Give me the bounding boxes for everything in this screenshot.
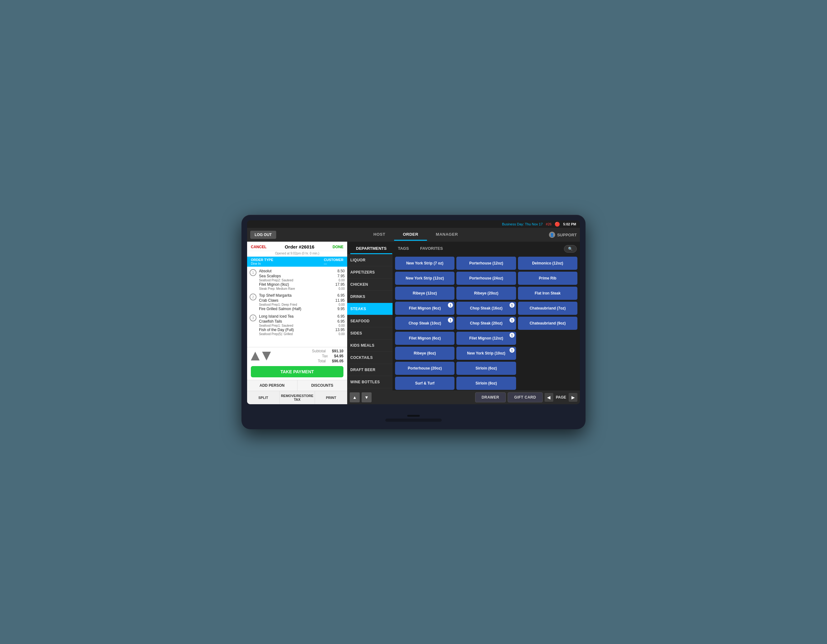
dept-scroll-up-button[interactable]: ▲ — [350, 392, 360, 402]
tab-departments[interactable]: DEPARTMENTS — [350, 244, 392, 254]
menu-item-ny-strip-12oz[interactable]: New York Strip (12oz) — [395, 272, 454, 285]
menu-item-filet-mignon-9oz[interactable]: Filet Mignon (9oz)1 — [395, 302, 454, 315]
menu-item-flat-iron-steak[interactable]: Flat Iron Steak — [518, 287, 577, 300]
menu-item-prime-rib[interactable]: Prime Rib — [518, 272, 577, 285]
page-prev-button[interactable]: ◀ — [545, 393, 553, 402]
list-item[interactable]: Crab Claws 11.95 — [259, 298, 345, 303]
search-box[interactable]: 🔍 — [564, 245, 577, 253]
scroll-down-button[interactable] — [262, 352, 271, 361]
take-payment-button[interactable]: TAKE PAYMENT — [251, 366, 343, 377]
menu-item-porterhouse-20oz[interactable]: Porterhouse (20oz) — [395, 362, 454, 375]
menu-item-chateaubriand-9oz[interactable]: Chateaubriand (9oz) — [518, 317, 577, 330]
stand-notch — [407, 415, 420, 417]
dept-item-sides[interactable]: SIDES — [347, 327, 393, 339]
order-num-badge: #26 — [546, 222, 551, 226]
menu-item-chop-steak-10oz[interactable]: Chop Steak (10oz)1 — [395, 317, 454, 330]
dept-item-cocktails[interactable]: COCKTAILS — [347, 352, 393, 364]
tab-manager[interactable]: MANAGER — [427, 229, 467, 241]
menu-item-filet-mignon-6oz[interactable]: Filet Mignon (6oz) — [395, 332, 454, 345]
print-button[interactable]: PRINT — [315, 391, 347, 404]
total-row: Total $96.05 — [271, 359, 343, 364]
dept-item-drinks[interactable]: DRINKS — [347, 291, 393, 303]
menu-item-ribeye-12oz[interactable]: Ribeye (12oz) — [395, 287, 454, 300]
list-item[interactable]: Long Island Iced Tea 6.95 — [259, 314, 345, 319]
order-title: Order #26016 — [285, 244, 314, 249]
menu-item-sirloin-8oz[interactable]: Sirloin (8oz) — [456, 377, 516, 390]
menu-item-ny-strip-10oz[interactable]: New York Strip (10oz)1 — [456, 347, 516, 360]
discounts-button[interactable]: DISCOUNTS — [298, 380, 348, 391]
split-button[interactable]: SPLIT — [247, 391, 279, 404]
done-button[interactable]: DONE — [332, 245, 343, 249]
list-item[interactable]: Top Shelf Margarita 6.95 — [259, 293, 345, 298]
support-icon: 👤 — [549, 232, 555, 238]
seat-header-3: 3 Long Island Iced Tea 6.95 Crawfish Tai… — [247, 313, 347, 336]
subtotal-row: Subtotal $91.10 — [271, 348, 343, 353]
seat-header-1: 1 Absolut 8.50 Sea Scallops 7.95 — [247, 268, 347, 291]
dept-item-draft-beer[interactable]: DRAFT BEER — [347, 364, 393, 376]
search-icon: 🔍 — [568, 247, 573, 251]
menu-item-chop-steak-16oz[interactable]: Chop Steak (16oz)1 — [456, 302, 516, 315]
item-prep: Seafood Prep2: Sauteed 0.00 — [259, 278, 345, 282]
seat-num-3: 3 — [250, 314, 256, 321]
drawer-button[interactable]: DRAWER — [475, 392, 506, 402]
customer-label: CUSTOMER — — [324, 258, 343, 265]
support-label: SUPPORT — [557, 233, 577, 237]
remove-restore-tax-button[interactable]: REMOVE/RESTORE TAX — [279, 391, 315, 404]
dept-item-kids-meals[interactable]: KIDS MEALS — [347, 339, 393, 352]
menu-row: New York Strip (12oz) Porterhouse (24oz)… — [395, 272, 577, 285]
list-item[interactable]: Filet Mignon (9oz) 17.95 — [259, 282, 345, 287]
logout-button[interactable]: LOG OUT — [250, 231, 276, 239]
menu-item-ny-strip-7oz[interactable]: New York Strip (7 oz) — [395, 257, 454, 270]
menu-item-filet-mignon-12oz[interactable]: Filet Mignon (12oz)1 — [456, 332, 516, 345]
cancel-button[interactable]: CANCEL — [251, 245, 267, 249]
bottom-bar: ▲ ▼ DRAWER GIFT CARD ◀ PAGE ▶ — [347, 390, 580, 404]
order-items: 1 Absolut 8.50 Sea Scallops 7.95 — [247, 267, 347, 347]
list-item[interactable]: Fire Grilled Salmon (Half) 9.95 — [259, 306, 345, 311]
dept-item-liquor[interactable]: LIQUOR — [347, 254, 393, 266]
item-prep: Seafood Prep(5): Grilled 0.00 — [259, 332, 345, 336]
tab-favorites[interactable]: FAVORITES — [414, 244, 449, 254]
dept-item-appetizers[interactable]: APPETIZERS — [347, 266, 393, 278]
tab-order[interactable]: ORDER — [394, 229, 427, 241]
seat-items-1: Absolut 8.50 Sea Scallops 7.95 Seafood P… — [259, 269, 345, 291]
nav-tabs: HOST ORDER MANAGER — [282, 229, 549, 241]
menu-row: Porterhouse (20oz) Sirloin (6oz) — [395, 362, 577, 375]
page-next-button[interactable]: ▶ — [569, 393, 577, 402]
tab-host[interactable]: HOST — [365, 229, 394, 241]
totals-arrows-row: Subtotal $91.10 Tax $4.95 Total $96.05 — [247, 347, 347, 365]
dept-item-wine-bottles[interactable]: WINE BOTTLES — [347, 376, 393, 388]
menu-item-delmonico-12oz[interactable]: Delmonico (12oz) — [518, 257, 577, 270]
device-screen: Business Day: Thu Nov 17 #26 🔴 5:02 PM L… — [247, 220, 580, 404]
item-prep: Seafood Prep1: Deep Fried 0.00 — [259, 303, 345, 306]
dept-item-chicken[interactable]: CHICKEN — [347, 278, 393, 291]
tab-tags[interactable]: TAGS — [392, 244, 414, 254]
scroll-up-button[interactable] — [251, 352, 260, 361]
arrow-buttons — [251, 352, 271, 361]
menu-item-porterhouse-24oz[interactable]: Porterhouse (24oz) — [456, 272, 516, 285]
menu-item-sirloin-6oz[interactable]: Sirloin (6oz) — [456, 362, 516, 375]
menu-item-chop-steak-20oz[interactable]: Chop Steak (20oz)1 — [456, 317, 516, 330]
list-item[interactable]: Absolut 8.50 — [259, 269, 345, 274]
order-bottom-buttons: ADD PERSON DISCOUNTS — [247, 380, 347, 391]
menu-item-chateaubriand-7oz[interactable]: Chateaubriand (7oz) — [518, 302, 577, 315]
dept-item-seafood[interactable]: SEAFOOD — [347, 315, 393, 327]
gift-card-button[interactable]: GIFT CARD — [508, 392, 543, 402]
dept-scroll-down-button[interactable]: ▼ — [362, 392, 371, 402]
top-bar: Business Day: Thu Nov 17 #26 🔴 5:02 PM — [247, 220, 580, 228]
menu-item-porterhouse-12oz[interactable]: Porterhouse (12oz) — [456, 257, 516, 270]
item-prep: Steak Prep: Medium Rare 0.00 — [259, 287, 345, 291]
add-person-button[interactable]: ADD PERSON — [247, 380, 298, 391]
seat-header-2: 2 Top Shelf Margarita 6.95 Crab Claws 11… — [247, 292, 347, 312]
menu-item-ribeye-20oz[interactable]: Ribeye (20oz) — [456, 287, 516, 300]
support-button[interactable]: 👤 SUPPORT — [549, 232, 577, 238]
list-item[interactable]: Fish of the Day (Full) 13.95 — [259, 327, 345, 332]
menu-item-surf-and-turf[interactable]: Surf & Turf — [395, 377, 454, 390]
list-item[interactable]: Sea Scallops 7.95 — [259, 274, 345, 278]
seat-num-1: 1 — [250, 269, 256, 276]
list-item[interactable]: Crawfish Tails 6.95 — [259, 319, 345, 324]
menu-item-ribeye-8oz[interactable]: Ribeye (8oz) — [395, 347, 454, 360]
menu-item-empty — [518, 377, 577, 390]
dept-item-steaks[interactable]: STEAKS — [347, 303, 393, 315]
page-label: PAGE — [556, 395, 566, 400]
page-control: ◀ PAGE ▶ — [545, 393, 577, 402]
